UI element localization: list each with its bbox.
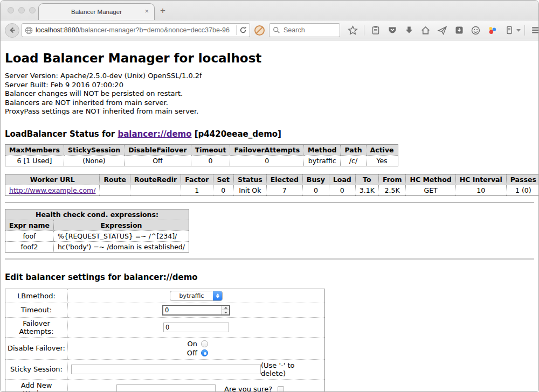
url-bar[interactable]: localhost:8880/balancer-manager?b=demo&n… [22,23,250,37]
cell-status: Init Ok [234,185,267,195]
zoom-window-button[interactable] [29,7,36,13]
sticky-session-input[interactable] [71,365,261,374]
health-row-foof: foof %{REQUEST_STATUS} =~ /^[234]/ [5,230,189,241]
edit-balancer-form: LBmethod: bytraffic Timeout: [5,289,325,392]
col-active: Active [366,144,398,155]
balancer-data-row: 6 [1 Used] (None) Off 0 0 bytraffic /c/ … [5,155,398,166]
col-path: Path [341,144,366,155]
clipboard-icon [371,25,381,35]
feedback-button[interactable] [468,23,483,38]
timeout-input[interactable] [163,306,222,314]
save-page-button[interactable] [452,23,466,38]
add-worker-input[interactable] [116,384,216,392]
cell-disablefailover: Off [125,155,191,166]
tab-balancer-manager[interactable]: Balancer Manager × [38,3,155,20]
col-maxmembers: MaxMembers [5,144,64,155]
tab-bar: Balancer Manager × + [1,1,538,20]
urlbar-divider [236,25,237,35]
cell-passes: 1 (0) [506,185,538,195]
pocket-button[interactable] [385,23,399,38]
cell-active: Yes [366,155,398,166]
timeout-field-wrapper [162,305,230,316]
edit-settings-heading: Edit balancer settings for balancer://de… [5,272,534,282]
back-arrow-icon [8,26,17,34]
cell-worker-url: http://www.example.com/ [5,185,100,195]
worker-url-link[interactable]: http://www.example.com/ [9,186,95,194]
col-route: Route [100,174,130,185]
cell-failoverattempts: 0 [230,155,304,166]
col-failoverattempts: FailoverAttempts [230,144,304,155]
number-spinner-icon[interactable] [222,306,229,314]
are-you-sure-label: Are you sure? [224,385,272,392]
col-expr-name: Expr name [5,220,54,230]
col-worker-url: Worker URL [5,174,100,185]
disable-failover-row: Disable Failover: On Off [5,337,325,359]
cell-busy: 0 [302,185,329,195]
cell-to: 3.1K [355,185,378,195]
search-input[interactable] [282,26,331,34]
cell-timeout: 0 [191,155,230,166]
toolbar-divider-2 [524,25,525,36]
tab-close-icon[interactable]: × [144,8,149,15]
reload-icon[interactable] [239,26,247,34]
image-blocked-icon[interactable] [254,25,265,36]
server-info: Server Version: Apache/2.5.0-dev (Unix) … [5,72,534,116]
loadbalancer-status-heading: LoadBalancer Status for balancer://demo … [5,129,534,139]
balancer-demo-link[interactable]: balancer://demo [118,129,191,139]
new-tab-button[interactable]: + [160,5,165,16]
back-button[interactable] [5,23,19,38]
cell-path: /c/ [341,155,366,166]
container-button[interactable] [502,23,516,38]
cell-method: bytraffic [304,155,341,166]
extension-colored-dots-button[interactable] [485,23,500,38]
menu-button[interactable] [529,23,539,38]
search-bar[interactable] [269,23,340,37]
reading-list-button[interactable] [368,23,383,38]
pocket-icon [388,25,397,35]
paper-plane-icon [437,25,447,36]
col-passes: Passes [506,174,538,185]
cell-expr-name-foof: foof [5,230,54,241]
downloads-button[interactable] [402,23,416,38]
notice-proxypass: ProxyPass settings are NOT inherited fro… [5,107,534,116]
add-worker-label: Add New Worker: [5,379,68,392]
section-divider-1 [5,202,534,203]
col-method: Method [304,144,341,155]
col-hc-interval: HC Interval [455,174,506,185]
select-stepper-icon [213,291,222,301]
col-factor: Factor [181,174,213,185]
add-worker-row: Add New Worker: Are you sure? [5,379,325,392]
health-title-row: Health check cond. expressions: [5,209,189,220]
radio-off-label: Off [184,348,197,358]
lbmethod-selected-value: bytraffic [170,292,213,299]
square-download-icon [454,25,464,35]
radio-on[interactable] [201,340,208,347]
radio-off[interactable] [201,349,208,356]
minimize-window-button[interactable] [18,7,25,13]
balancer-header-row: MaxMembers StickySession DisableFailover… [5,144,398,155]
hamburger-icon [531,25,539,36]
url-domain: localhost:8880 [36,26,79,34]
lbmethod-select[interactable]: bytraffic [170,291,223,301]
failover-attempts-input[interactable] [163,323,229,332]
are-you-sure-checkbox[interactable] [278,386,284,392]
server-built: Server Built: Feb 9 2016 07:00:20 [5,81,534,90]
col-busy: Busy [302,174,329,185]
notice-balancers: Balancers are NOT inherited from main se… [5,99,534,108]
lbmethod-label: LBmethod: [5,289,68,303]
health-header-row: Expr name Expression [5,220,189,230]
home-button[interactable] [418,23,433,38]
tab-title: Balancer Manager [71,9,122,15]
col-hc-method: HC Method [406,174,455,185]
bookmark-star-button[interactable] [345,23,360,38]
overflow-caret-icon[interactable] [516,29,521,32]
send-tab-button[interactable] [435,23,450,38]
home-icon [420,25,431,36]
close-window-button[interactable] [8,7,14,13]
failover-attempts-label: Failover Attempts: [5,317,68,337]
col-set: Set [213,174,233,185]
cell-load: 0 [329,185,355,195]
col-load: Load [329,174,355,185]
col-elected: Elected [266,174,302,185]
sticky-session-hint: (Use '-' to delete) [261,361,322,377]
